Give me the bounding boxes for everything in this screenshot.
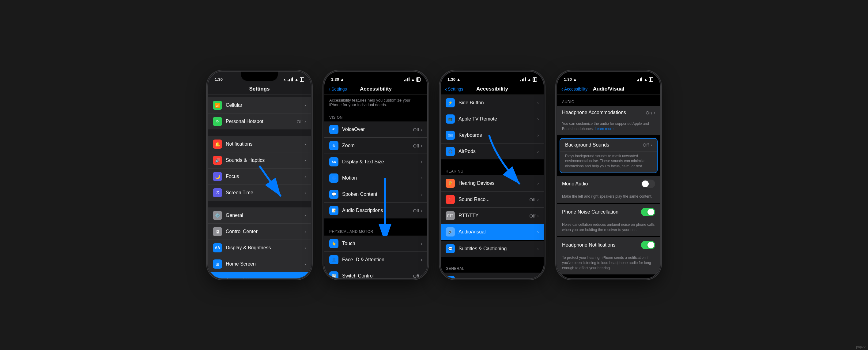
mono-audio-desc: Make the left and right speakers play th… [557, 192, 660, 203]
zoom-label: Zoom [342, 143, 413, 148]
audiodesc-label: Audio Descriptions [342, 208, 413, 213]
phone-noise-row: Phone Noise Cancellation [557, 204, 660, 220]
screen-content-4: AUDIO Headphone Accommodations On › You … [557, 95, 660, 278]
settings-item-homescreen[interactable]: ⊞ Home Screen › [208, 256, 311, 272]
back-arrow-4: ‹ [561, 86, 563, 93]
item-audiovisual[interactable]: 🔊 Audio/Visual › [441, 224, 544, 240]
settings-item-screentime[interactable]: ⏱ Screen Time › [208, 185, 311, 201]
switch-icon: 🔄 [329, 271, 338, 278]
headphone-accomm-desc: You can customize the audio for supporte… [557, 119, 660, 135]
item-subtitles[interactable]: 💬 Subtitles & Captioning › [441, 241, 544, 257]
homescreen-label: Home Screen [226, 261, 305, 267]
displaytext-icon: AA [329, 157, 338, 167]
settings-item-control[interactable]: 🎛 Control Center › [208, 224, 311, 240]
item-spoken[interactable]: 💬 Spoken Content › [324, 186, 427, 203]
chevron: › [537, 213, 539, 218]
phone-1: 1:30 ▲ ▲ ▌ [207, 71, 311, 279]
keyboards-icon-3: ⌨ [446, 131, 455, 140]
battery-icon-3: ▌ [533, 77, 537, 82]
general-label: General [226, 213, 305, 218]
chevron: › [537, 149, 539, 154]
item-voiceover[interactable]: 👁 VoiceOver Off › [324, 121, 427, 138]
chevron-icon: › [305, 261, 306, 267]
screen-content-3: ⚡ Side Button › 📺 Apple TV Remote › ⌨ [441, 95, 544, 278]
background-sounds-card: Background Sounds Off › Plays background… [560, 138, 658, 173]
faceid-att-icon: 👤 [329, 255, 338, 264]
audio-section-title: AUDIO [557, 95, 660, 106]
signal-bars-2 [404, 77, 409, 81]
mono-audio-card: Mono Audio Make the left and right speak… [557, 176, 660, 203]
hearingdevices-icon: 🦻 [446, 179, 455, 188]
item-rtttty[interactable]: RTT RTT/TTY Off › [441, 208, 544, 224]
back-arrow-2: ‹ [329, 86, 331, 93]
nav-back-3[interactable]: ‹ Settings [445, 86, 463, 93]
item-switch[interactable]: 🔄 Switch Control Off › [324, 268, 427, 278]
item-3-appletv[interactable]: 📺 Apple TV Remote › [441, 111, 544, 127]
time-3: 1:30 ▲ [447, 77, 461, 82]
item-3-airpods[interactable]: 🎧 AirPods › [441, 143, 544, 160]
item-faceid-att[interactable]: 👤 Face ID & Attention › [324, 252, 427, 268]
item-soundreco[interactable]: 🔴 Sound Reco... Off › [441, 191, 544, 208]
rtttty-icon: RTT [446, 211, 455, 220]
headphone-accomm-row[interactable]: Headphone Accommodations On › [557, 106, 660, 119]
chevron-bs: › [651, 143, 652, 147]
battery-icon: ▌ [300, 77, 304, 82]
settings-item-notifications[interactable]: 🔔 Notifications › [208, 136, 311, 152]
chevron-icon: › [305, 103, 306, 108]
chevron: › [421, 127, 422, 132]
chevron-icon: › [305, 213, 306, 218]
general-group-3: 🔒 Guided Access On › 🔍 Siri › [441, 273, 544, 278]
settings-item-accessibility[interactable]: ♿ Accessibility › [208, 272, 311, 278]
accessibility-desc: Accessibility features help you customiz… [324, 95, 427, 111]
chevron: › [421, 241, 422, 246]
mono-audio-toggle[interactable] [641, 180, 655, 188]
item-audiodesc[interactable]: 📝 Audio Descriptions Off › [324, 203, 427, 218]
vision-group: 👁 VoiceOver Off › ⊕ Zoom Off › [324, 121, 427, 218]
phone-noise-toggle[interactable] [641, 208, 655, 216]
subtitles-label: Subtitles & Captioning [459, 246, 537, 251]
item-displaytext[interactable]: AA Display & Text Size › [324, 154, 427, 170]
item-touch[interactable]: 👆 Touch › [324, 236, 427, 252]
soundreco-value: Off [530, 197, 536, 202]
audiodesc-value: Off [413, 208, 419, 213]
chevron: › [421, 192, 422, 197]
motion-icon: 🌀 [329, 173, 338, 183]
settings-item-cellular[interactable]: 📶 Cellular › [208, 97, 311, 113]
nav-back-2[interactable]: ‹ Settings [329, 86, 347, 93]
soundreco-icon: 🔴 [446, 195, 455, 204]
zoom-icon: ⊕ [329, 141, 338, 150]
item-3-sidebutton[interactable]: ⚡ Side Button › [441, 95, 544, 111]
notch-3 [474, 72, 510, 81]
time-2: 1:30 ▲ [331, 77, 344, 82]
settings-item-focus[interactable]: 🌙 Focus › [208, 169, 311, 185]
switch-value: Off [413, 274, 419, 279]
headphone-notif-toggle[interactable] [641, 241, 655, 249]
background-sounds-row[interactable]: Background Sounds Off › [560, 139, 657, 152]
time-4: 1:30 ▲ [564, 77, 577, 82]
wifi-icon: ▲ [294, 77, 298, 82]
cellular-label: Cellular [226, 103, 305, 108]
back-label-3: Settings [448, 86, 463, 92]
section-general-3: GENERAL [441, 262, 544, 273]
settings-item-hotspot[interactable]: ⟳ Personal Hotspot Off › [208, 113, 311, 130]
item-3-keyboards[interactable]: ⌨ Keyboards › [441, 127, 544, 143]
settings-item-general[interactable]: ⚙️ General › [208, 207, 311, 224]
item-guidedaccess[interactable]: 🔒 Guided Access On › [441, 273, 544, 278]
mono-audio-row: Mono Audio [557, 176, 660, 192]
item-motion[interactable]: 🌀 Motion › [324, 170, 427, 186]
chevron: › [537, 116, 539, 121]
item-zoom[interactable]: ⊕ Zoom Off › [324, 138, 427, 154]
hotspot-value: Off [297, 119, 303, 124]
learn-more-link[interactable]: Learn more... [595, 127, 617, 131]
chevron: › [421, 257, 422, 262]
rtttty-value: Off [530, 213, 536, 218]
chevron-icon: › [305, 174, 306, 179]
item-hearingdevices[interactable]: 🦻 Hearing Devices › [441, 175, 544, 191]
nav-back-4[interactable]: ‹ Accessibility [561, 86, 587, 93]
switch-label: Switch Control [342, 273, 413, 278]
home-icon: ⊞ [213, 259, 222, 269]
status-icons-4: ▲ ▌ [637, 77, 653, 82]
settings-item-display[interactable]: AA Display & Brightness › [208, 240, 311, 256]
settings-item-sounds[interactable]: 🔊 Sounds & Haptics › [208, 152, 311, 169]
chevron-icon: › [305, 119, 306, 124]
